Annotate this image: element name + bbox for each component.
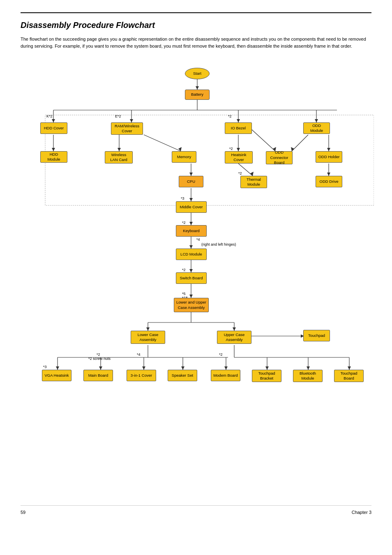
svg-marker-47 bbox=[233, 327, 236, 331]
footer-page-number: 59 bbox=[21, 510, 25, 515]
footer-chapter: Chapter 3 bbox=[352, 510, 371, 515]
svg-marker-59 bbox=[181, 366, 184, 370]
hdd-cover-node: HDD Cover bbox=[40, 122, 67, 134]
label-star2-keyboard: *2 bbox=[182, 221, 186, 225]
touchpad-board-node: Touchpad Board bbox=[334, 370, 364, 382]
svg-marker-15 bbox=[118, 148, 121, 151]
svg-marker-61 bbox=[224, 366, 228, 370]
top-border bbox=[21, 12, 371, 13]
flowchart-container: Start Battery K*2 E*2 *2 *6 HDD Cover RA… bbox=[21, 62, 374, 493]
label-star2-thermal: *2 bbox=[238, 171, 242, 175]
keyboard-node: Keyboard bbox=[176, 225, 207, 237]
svg-marker-5 bbox=[52, 119, 55, 122]
svg-marker-39 bbox=[189, 269, 193, 272]
label-star3-vga: *3 bbox=[43, 365, 47, 369]
label-star2-main: *2 bbox=[97, 352, 100, 357]
svg-line-20 bbox=[251, 129, 275, 151]
heatsink-cover-node: Heatsink Cover bbox=[225, 151, 253, 164]
svg-marker-11 bbox=[315, 119, 318, 122]
svg-marker-35 bbox=[189, 222, 193, 225]
label-star2-io: *2 bbox=[228, 114, 232, 118]
label-star4-cover: *4 bbox=[137, 352, 141, 357]
svg-marker-69 bbox=[348, 366, 351, 370]
svg-marker-23 bbox=[291, 147, 294, 151]
label-star5: *5 bbox=[182, 292, 186, 296]
svg-marker-29 bbox=[250, 172, 254, 176]
io-bezel-node: IO Bezel bbox=[225, 122, 252, 134]
label-star3: *3 bbox=[181, 196, 184, 200]
svg-marker-53 bbox=[56, 366, 59, 370]
cpu-node: CPU bbox=[179, 176, 203, 187]
intro-text: The flowchart on the succeeding page giv… bbox=[21, 36, 371, 49]
odd-connector-node: ODD Connector Board bbox=[266, 151, 293, 164]
svg-marker-17 bbox=[178, 147, 182, 151]
memory-node: Memory bbox=[172, 151, 196, 163]
switch-board-node: Switch Board bbox=[176, 272, 207, 284]
svg-marker-25 bbox=[327, 148, 330, 151]
hdd-module-node: HDD Module bbox=[40, 151, 67, 163]
svg-marker-9 bbox=[237, 119, 240, 122]
svg-marker-57 bbox=[142, 366, 145, 370]
bluetooth-module-node: Bluetooth Module bbox=[293, 370, 323, 382]
modem-board-node: Modem Board bbox=[211, 370, 240, 381]
thermal-module-node: Thermal Module bbox=[240, 176, 267, 188]
upper-case-node: Upper Case Assembly bbox=[217, 331, 251, 344]
label-hinges-note: (right and left hinges) bbox=[201, 242, 236, 246]
ram-wireless-cover-node: RAM/Wireless Cover bbox=[111, 122, 143, 135]
vga-heatsink-node: VGA Heatsink bbox=[42, 370, 71, 381]
wireless-lan-node: Wireless LAN Card bbox=[105, 151, 133, 164]
page-title: Disassembly Procedure Flowchart bbox=[21, 21, 371, 30]
label-star2-heatsink: *2 bbox=[229, 147, 233, 151]
svg-marker-13 bbox=[52, 148, 55, 151]
speaker-set-node: Speaker Set bbox=[168, 370, 197, 381]
svg-marker-67 bbox=[307, 366, 310, 370]
svg-marker-7 bbox=[130, 119, 133, 122]
svg-line-22 bbox=[292, 135, 308, 151]
svg-marker-37 bbox=[189, 245, 193, 249]
svg-marker-19 bbox=[237, 148, 240, 151]
svg-line-16 bbox=[144, 135, 181, 151]
lower-case-node: Lower Case Assembly bbox=[131, 331, 165, 344]
odd-holder-node: ODD Holder bbox=[316, 151, 342, 163]
touchpad-node: Touchpad bbox=[303, 330, 330, 341]
svg-marker-65 bbox=[265, 366, 269, 370]
odd-drive-node: ODD Drive bbox=[316, 176, 342, 187]
svg-marker-27 bbox=[189, 173, 193, 176]
label-k2: K*2 bbox=[46, 114, 53, 118]
label-star2-modem: *2 bbox=[219, 352, 223, 357]
lcd-module-node: LCD Module bbox=[176, 249, 207, 260]
lower-upper-case-node: Lower and Upper Case Assembly bbox=[174, 298, 209, 312]
page-footer: 59 Chapter 3 bbox=[21, 505, 371, 515]
start-node: Start bbox=[185, 68, 210, 79]
main-board-node: Main Board bbox=[83, 370, 113, 381]
touchpad-bracket-node: Touchpad Bracket bbox=[252, 370, 281, 382]
three-in-one-node: 3-in-1 Cover bbox=[127, 370, 156, 381]
svg-marker-45 bbox=[146, 327, 150, 331]
battery-node: Battery bbox=[185, 90, 210, 100]
label-star2-screw-nuts: *2 screw nuts bbox=[88, 357, 111, 361]
svg-marker-1 bbox=[196, 86, 199, 90]
svg-marker-33 bbox=[189, 198, 193, 201]
label-star2-switch: *2 bbox=[182, 268, 186, 272]
odd-module-node: ODD Module bbox=[303, 122, 330, 134]
label-e2: E*2 bbox=[115, 114, 121, 118]
svg-marker-31 bbox=[327, 173, 330, 176]
label-star4-hinges: *4 bbox=[196, 237, 200, 242]
svg-marker-55 bbox=[99, 366, 102, 370]
middle-cover-node: Middle Cover bbox=[176, 201, 207, 213]
svg-marker-41 bbox=[189, 295, 193, 298]
